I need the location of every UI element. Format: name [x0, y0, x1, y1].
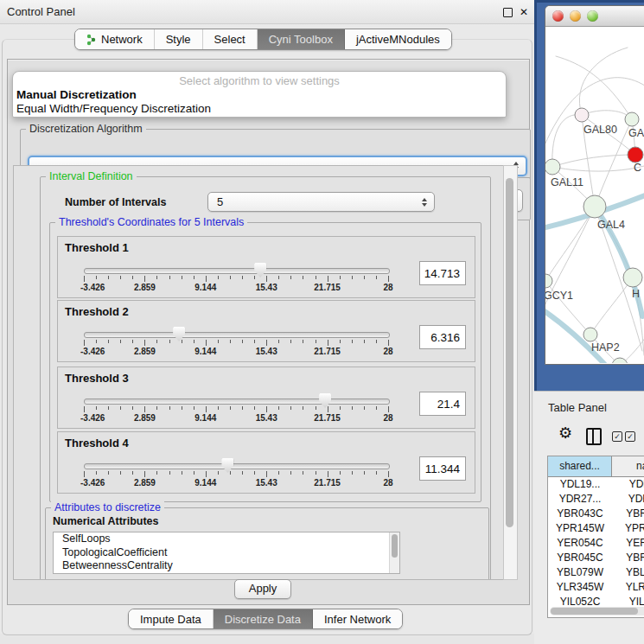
- control-panel: Control Panel ✕ Network Style Select: [0, 0, 534, 634]
- table-cell[interactable]: YBR043C: [548, 507, 612, 521]
- network-node[interactable]: [628, 147, 643, 163]
- network-edge[interactable]: [590, 277, 633, 335]
- threshold-4-slider[interactable]: [84, 463, 390, 469]
- tab-infer-network-label: Infer Network: [324, 613, 391, 626]
- slider-ticks: [84, 471, 388, 478]
- tab-select[interactable]: Select: [203, 29, 258, 49]
- table-cell[interactable]: YPR145W: [612, 521, 644, 536]
- checkbox-icon[interactable]: ✓: [612, 431, 622, 442]
- table-cell[interactable]: YER054C: [548, 536, 612, 551]
- network-node[interactable]: [625, 112, 639, 126]
- scrollbar-thumb[interactable]: [506, 178, 513, 527]
- tab-discretize-data-label: Discretize Data: [225, 613, 301, 626]
- table-cell[interactable]: YDL19...: [612, 477, 644, 492]
- network-node[interactable]: [575, 108, 589, 122]
- table-cell[interactable]: YLR345W: [548, 580, 612, 595]
- table-cell[interactable]: YLR345W: [612, 580, 644, 595]
- network-canvas[interactable]: GAL80GACGAL11GAL4GCY1HHAP2: [545, 27, 644, 363]
- threshold-2-slider[interactable]: [84, 332, 390, 338]
- table-cell[interactable]: YBR043C: [612, 507, 644, 521]
- tab-select-label: Select: [214, 33, 245, 46]
- network-edge[interactable]: [582, 111, 632, 119]
- threshold-2-value-field[interactable]: 6.316: [419, 325, 466, 349]
- apply-button[interactable]: Apply: [234, 579, 291, 599]
- scrollbar-thumb[interactable]: [392, 534, 398, 558]
- table-cell[interactable]: YER054C: [612, 536, 644, 551]
- table-row[interactable]: YPR145WYPR145W: [548, 521, 644, 536]
- network-edge[interactable]: [552, 115, 582, 167]
- attribute-list-item[interactable]: BetweennessCentrality: [54, 559, 399, 573]
- tab-discretize-data[interactable]: Discretize Data: [214, 609, 313, 628]
- table-row[interactable]: YDR27...YDR27...: [548, 492, 644, 507]
- checkbox-icon[interactable]: ✓: [625, 431, 635, 442]
- attributes-group-title: Attributes to discretize: [51, 501, 164, 514]
- table-cell[interactable]: YDR27...: [548, 492, 612, 507]
- algorithm-option[interactable]: Equal Width/Frequency Discretization: [13, 102, 506, 116]
- table-row[interactable]: YLR345WYLR345W: [548, 580, 644, 595]
- table-row[interactable]: YBR043CYBR043C: [548, 507, 644, 521]
- desktop-edge: [534, 0, 537, 391]
- columns-icon[interactable]: [586, 428, 602, 445]
- threshold-3-label: Threshold 3: [65, 372, 129, 385]
- threshold-4-value-field[interactable]: 11.344: [419, 456, 466, 481]
- tab-infer-network[interactable]: Infer Network: [313, 609, 402, 628]
- network-edge[interactable]: [552, 165, 644, 171]
- table-cell[interactable]: YDR27...: [612, 492, 644, 507]
- table-cell[interactable]: YBL079W: [612, 565, 644, 580]
- network-view-window[interactable]: GAL80GACGAL11GAL4GCY1HHAP2: [545, 5, 644, 365]
- tab-impute-data[interactable]: Impute Data: [129, 609, 214, 628]
- column-header-name[interactable]: name: [612, 456, 644, 476]
- tab-cyni-toolbox[interactable]: Cyni Toolbox: [258, 29, 345, 49]
- mac-minimize-button[interactable]: [570, 10, 581, 22]
- table-cell[interactable]: YBR045C: [548, 551, 612, 565]
- tick-label: 2.859: [134, 283, 156, 292]
- gear-icon[interactable]: ⚙: [558, 424, 572, 442]
- table-cell[interactable]: YDL19...: [548, 477, 612, 492]
- tab-style[interactable]: Style: [155, 29, 203, 49]
- tab-style-label: Style: [166, 33, 191, 46]
- number-of-intervals-combobox[interactable]: 5: [207, 192, 435, 212]
- float-window-icon[interactable]: [503, 8, 513, 17]
- mac-close-button[interactable]: [552, 10, 564, 22]
- network-edge[interactable]: [556, 56, 632, 119]
- network-desktop: GAL80GACGAL11GAL4GCY1HHAP2: [534, 0, 644, 391]
- table-panel-title: Table Panel: [548, 401, 607, 414]
- network-node[interactable]: [623, 268, 642, 287]
- table-row[interactable]: YBR045CYBR045C: [548, 551, 644, 565]
- numerical-attributes-list[interactable]: SelfLoopsTopologicalCoefficientBetweenne…: [53, 532, 400, 574]
- attribute-list-item[interactable]: SelfLoops: [54, 532, 399, 546]
- network-node[interactable]: [545, 274, 552, 288]
- list-scrollbar[interactable]: [389, 532, 399, 573]
- threshold-1-value-field[interactable]: 14.713: [419, 261, 466, 285]
- table-row[interactable]: YER054CYER054C: [548, 536, 644, 551]
- algorithm-option[interactable]: Manual Discretization: [13, 88, 506, 102]
- table-row[interactable]: YDL19...YDL19...: [548, 477, 644, 492]
- network-node[interactable]: [583, 195, 606, 218]
- scrollbar-thumb[interactable]: [551, 608, 638, 615]
- table-cell[interactable]: YBL079W: [548, 565, 612, 580]
- network-graph[interactable]: GAL80GACGAL11GAL4GCY1HHAP2: [545, 27, 644, 363]
- threshold-3-value-field[interactable]: 21.4: [419, 392, 466, 416]
- column-header-shared-name[interactable]: shared...: [548, 456, 612, 476]
- threshold-1-slider[interactable]: [84, 268, 390, 274]
- table-cell[interactable]: YBR045C: [612, 551, 644, 565]
- table-horizontal-scrollbar[interactable]: [550, 607, 644, 615]
- network-edge[interactable]: [579, 48, 628, 115]
- threshold-3-slider[interactable]: [84, 399, 390, 405]
- close-icon[interactable]: ✕: [519, 7, 529, 17]
- tab-jactivemnodules[interactable]: jActiveMNodules: [345, 29, 451, 49]
- tab-network[interactable]: Network: [75, 29, 155, 49]
- mac-zoom-button[interactable]: [587, 10, 598, 22]
- table-row[interactable]: YBL079WYBL079W: [548, 565, 644, 580]
- network-node[interactable]: [612, 358, 628, 363]
- thresholds-group-title: Threshold's Coordinates for 5 Intervals: [55, 216, 247, 229]
- network-edge[interactable]: [552, 155, 635, 167]
- tick-label: 28: [383, 478, 392, 488]
- main-scrollbar[interactable]: [503, 165, 518, 580]
- table-cell[interactable]: YPR145W: [548, 521, 612, 536]
- network-node[interactable]: [545, 159, 560, 175]
- network-node[interactable]: [583, 328, 597, 341]
- attribute-list-item[interactable]: TopologicalCoefficient: [54, 546, 399, 560]
- network-window-titlebar[interactable]: [545, 6, 644, 27]
- tick-label: 21.715: [314, 478, 341, 488]
